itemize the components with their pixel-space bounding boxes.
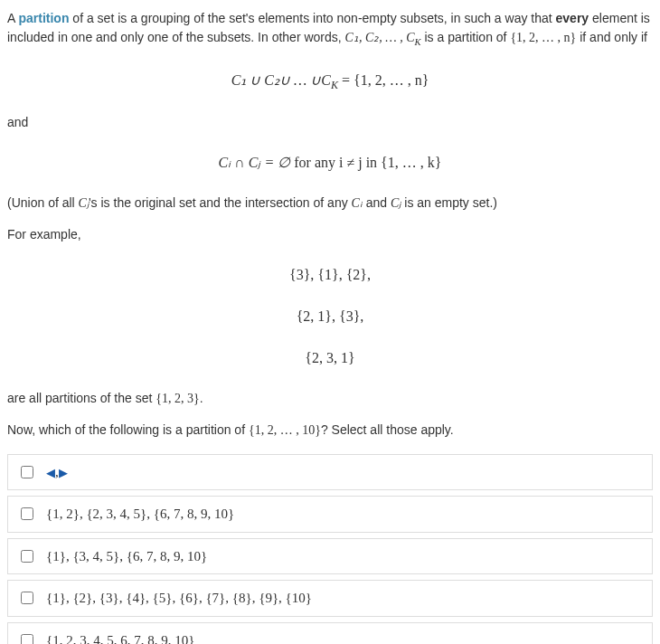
option-label-4: {1}, {2}, {3}, {4}, {5}, {6}, {7}, {8}, …	[46, 588, 312, 609]
note-cj: Cⱼ	[79, 196, 89, 210]
options-list: ◀,▶ {1, 2}, {2, 3, 4, 5}, {6, 7, 8, 9, 1…	[7, 454, 653, 644]
ex2-text: {2, 1}, {3},	[297, 308, 364, 324]
eq1-sub: K	[331, 79, 338, 91]
partition-term: partition	[18, 11, 69, 25]
eq2-rhs: for any i ≠ j in {1, … , k}	[290, 155, 441, 170]
play-right-icon: ▶	[59, 466, 68, 479]
intro-text4: if and only if	[576, 30, 647, 44]
after-ex-t1: are all partitions of the set	[7, 391, 156, 405]
question-t2: ? Select all those apply.	[321, 422, 454, 437]
option-checkbox-3[interactable]	[21, 550, 33, 563]
option-row-4[interactable]: {1}, {2}, {3}, {4}, {5}, {6}, {7}, {8}, …	[7, 580, 653, 617]
intro-paragraph: A partition of a set is a grouping of th…	[7, 9, 653, 50]
intro-every: every	[556, 11, 589, 25]
note-t1: (Union of all	[7, 195, 79, 210]
option-checkbox-1[interactable]	[21, 466, 33, 478]
after-ex-t2: .	[200, 391, 203, 405]
note-cj2: Cⱼ	[391, 196, 401, 210]
option-row-5[interactable]: {1, 2, 3, 4, 5, 6, 7, 8, 9, 10}	[7, 622, 653, 644]
note-ci: Cᵢ	[352, 196, 363, 210]
after-examples: are all partitions of the set {1, 2, 3}.	[7, 389, 653, 408]
example-1: {3}, {1}, {2},	[7, 264, 653, 286]
intro-seq-main: C₁, C₂, … , C	[345, 31, 415, 44]
option-checkbox-5[interactable]	[21, 634, 33, 644]
for-example: For example,	[7, 225, 653, 244]
intro-text1: of a set is a grouping of the set's elem…	[69, 11, 555, 25]
option-checkbox-4[interactable]	[21, 592, 33, 604]
intro-prefix: A	[7, 11, 18, 25]
intro-seq: C₁, C₂, … , CK	[345, 31, 421, 44]
and-text: and	[7, 113, 653, 132]
option-row-3[interactable]: {1}, {3, 4, 5}, {6, 7, 8, 9, 10}	[7, 538, 653, 575]
option-label-5: {1, 2, 3, 4, 5, 6, 7, 8, 9, 10}	[46, 630, 194, 644]
intro-set: {1, 2, … , n}	[510, 31, 576, 44]
equation-intersection: Cᵢ ∩ Cⱼ = ∅ for any i ≠ j in {1, … , k}	[7, 152, 653, 174]
option-label-1: ◀,▶	[46, 462, 68, 483]
eq2-lhs: Cᵢ ∩ Cⱼ = ∅	[219, 155, 291, 170]
eq1-lhs: C₁ ∪ C₂∪ … ∪C	[231, 72, 331, 88]
note-t3: and	[363, 195, 391, 210]
ex3-text: {2, 3, 1}	[305, 350, 354, 365]
example-2: {2, 1}, {3},	[7, 306, 653, 327]
option-checkbox-2[interactable]	[21, 507, 33, 520]
play-left-icon: ◀	[46, 466, 55, 479]
option-label-3: {1}, {3, 4, 5}, {6, 7, 8, 9, 10}	[46, 546, 207, 567]
question-t1: Now, which of the following is a partiti…	[7, 422, 249, 437]
question-set: {1, 2, … , 10}	[249, 423, 321, 437]
note-t2: 's is the original set and the intersect…	[89, 195, 352, 210]
option-row-1[interactable]: ◀,▶	[7, 454, 653, 491]
option-label-2: {1, 2}, {2, 3, 4, 5}, {6, 7, 8, 9, 10}	[46, 504, 234, 525]
question-text: Now, which of the following is a partiti…	[7, 421, 653, 440]
after-ex-set: {1, 2, 3}	[156, 392, 199, 405]
note-t4: is an empty set.)	[401, 195, 497, 210]
option-row-2[interactable]: {1, 2}, {2, 3, 4, 5}, {6, 7, 8, 9, 10}	[7, 496, 653, 533]
union-note: (Union of all Cⱼ's is the original set a…	[7, 194, 653, 213]
eq1-rhs: = {1, 2, … , n}	[338, 72, 429, 88]
equation-union: C₁ ∪ C₂∪ … ∪CK = {1, 2, … , n}	[7, 70, 653, 93]
ex1-text: {3}, {1}, {2},	[289, 267, 371, 282]
intro-text3: is a partition of	[421, 30, 511, 44]
intro-seq-sub: K	[415, 37, 421, 47]
example-3: {2, 3, 1}	[7, 347, 653, 369]
